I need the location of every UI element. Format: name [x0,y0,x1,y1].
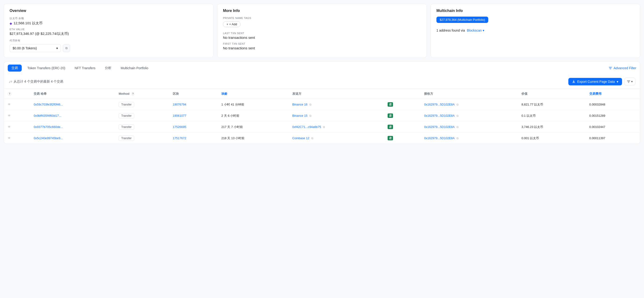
table-header-row: ↓= 从总计 4 个交易中的最新 4 个交易 Export Current Pa… [4,74,640,89]
add-label: + Add [229,23,237,26]
col-sender-header: 发送方 [288,89,382,99]
receiver-copy-icon-2[interactable]: ⧉ [456,125,458,129]
tx-hash-link-1[interactable]: 0x9bff435f4f60d17... [34,114,61,117]
token-label: 代币持有 [10,39,208,42]
eye-cell-0: 👁 [4,99,30,110]
export-button[interactable]: Export Current Page Data ▾ [568,78,622,85]
receiver-link-3[interactable]: 0x162979...5D102E8A [424,136,455,140]
tab-analysis[interactable]: 分析 [101,65,115,72]
tab-trade[interactable]: 交易 [8,65,22,72]
sender-link-0[interactable]: Binance 16 [292,103,308,106]
hash-cell-1: 0x9bff435f4f60d17... [30,110,115,121]
eye-icon[interactable]: 👁 [8,125,11,129]
table-head-row: ? 交易 哈希 Method ? 区块 块龄 [4,89,640,99]
method-badge-2: Transfer [118,124,134,129]
eth-balance-row: ◆ 12,568.101 以太币 [10,21,208,26]
add-tag-button[interactable]: + + Add [223,21,240,27]
direction-badge-1: 进 [388,113,393,118]
token-dropdown-value: $0.00 (6 Tokens) [12,46,37,50]
first-txn-label: FIRST TXN SENT [223,42,421,45]
tab-token-transfers[interactable]: Token Transfers (ERC-20) [24,65,69,71]
private-name-tags-label: PRIVATE NAME TAGS [223,17,421,20]
method-cell-3: Transfer [115,133,169,144]
block-cell-1: 19061077 [169,110,218,121]
age-cell-1: 2 天 6 小时前 [218,110,288,121]
tab-multichain-portfolio[interactable]: Multichain Portfolio [117,65,152,71]
tab-nft-transfers[interactable]: NFT Transfers [71,65,99,71]
hash-cell-0: 0x59c703fe3f2f0f46... [30,99,115,110]
receiver-link-2[interactable]: 0x162979...5D102E8A [424,125,455,129]
receiver-link-0[interactable]: 0x162979...5D102E8A [424,103,455,106]
sender-link-3[interactable]: Coinbase 12 [292,136,310,140]
eye-icon[interactable]: 👁 [8,114,11,117]
col-method-header: Method ? [115,89,169,99]
sender-cell-1: Binance 15 ⧉ [288,110,382,121]
export-chevron-icon: ▾ [617,80,618,83]
hash-cell-3: 0x5c240e99745be9... [30,133,115,144]
block-link-0[interactable]: 19076794 [173,103,186,106]
block-link-3[interactable]: 17517672 [173,136,186,140]
summary-text: 从总计 4 个交易中的最新 4 个交易 [14,80,63,84]
receiver-copy-icon-1[interactable]: ⧉ [456,114,458,117]
receiver-copy-icon-3[interactable]: ⧉ [456,136,458,140]
block-link-1[interactable]: 19061077 [173,114,186,117]
address-found-row: 1 address found via Blockscan ▾ [436,29,634,32]
tx-hash-link-3[interactable]: 0x5c240e99745be9... [34,136,63,140]
eye-icon[interactable]: 👁 [8,103,11,106]
receiver-cell-0: 0x162979...5D102E8A ⧉ [420,99,518,110]
filter-button[interactable]: ▾ [624,78,635,85]
sender-copy-icon-0[interactable]: ⧉ [310,103,312,106]
overview-card: Overview 以太币 余额 ◆ 12,568.101 以太币 ETH VAL… [4,4,214,58]
token-dropdown-row: $0.00 (6 Tokens) ▾ ⧉ [10,44,208,52]
transactions-table: ? 交易 哈希 Method ? 区块 块龄 [4,89,640,144]
multichain-info-title: Multichain Info [436,9,634,13]
cards-row: Overview 以太币 余额 ◆ 12,568.101 以太币 ETH VAL… [4,4,640,58]
age-cell-3: 218 天 13 小时前 [218,133,288,144]
tx-hash-link-2[interactable]: 0x9377b705c660de... [34,125,63,129]
eth-amount: 12,568.101 以太币 [14,21,42,26]
first-txn-value: No transactions sent [223,46,421,50]
sender-copy-icon-3[interactable]: ⧉ [311,136,313,140]
last-txn-label: LAST TXN SENT [223,32,421,35]
token-dropdown[interactable]: $0.00 (6 Tokens) ▾ [10,44,61,52]
tx-hash-link-0[interactable]: 0x59c703fe3f2f0f46... [34,103,63,106]
age-cell-0: 1 小时 41 分钟前 [218,99,288,110]
fee-cell-1: 0.00151289 [586,110,640,121]
receiver-link-1[interactable]: 0x162979...5D102E8A [424,114,455,117]
block-cell-0: 19076794 [169,99,218,110]
table-section: ↓= 从总计 4 个交易中的最新 4 个交易 Export Current Pa… [4,74,640,144]
eth-value-label: ETH VALUE [10,28,208,31]
col-direction-header [382,89,420,99]
chevron-down-icon: ▾ [56,46,58,50]
table-row: 👁 0x59c703fe3f2f0f46... Transfer 1907679… [4,99,640,110]
eye-icon[interactable]: 👁 [8,136,11,140]
hash-cell-2: 0x9377b705c660de... [30,121,115,133]
method-info-icon: ? [131,92,134,96]
block-link-2[interactable]: 17526695 [173,125,186,129]
value-cell-2: 3,746.23 以太币 [518,121,586,133]
chevron-down-icon: ▾ [483,29,484,32]
sender-copy-icon-1[interactable]: ⧉ [310,114,312,117]
sender-link-1[interactable]: Binance 15 [292,114,308,117]
receiver-copy-icon-0[interactable]: ⧉ [456,103,458,106]
eye-cell-1: 👁 [4,110,30,121]
col-fee-header: 交易费用 [586,89,640,99]
method-badge-1: Transfer [118,113,134,118]
sender-copy-icon-2[interactable]: ⧉ [323,125,325,129]
advanced-filter-button[interactable]: Advanced Filter [608,66,636,70]
table-row: 👁 0x9bff435f4f60d17... Transfer 19061077… [4,110,640,121]
tabs-row: 交易 Token Transfers (ERC-20) NFT Transfer… [4,62,640,74]
col-age-header: 块龄 [218,89,288,99]
sender-link-2[interactable]: 0xf42C71...c94a6b75 [292,125,321,129]
more-info-title: More Info [223,9,421,13]
filter-small-icon [627,80,630,83]
address-found-label: 1 address found via [436,29,465,32]
copy-button[interactable]: ⧉ [63,44,70,52]
direction-cell-2: 进 [382,121,420,133]
method-cell-0: Transfer [115,99,169,110]
receiver-cell-1: 0x162979...5D102E8A ⧉ [420,110,518,121]
fee-cell-3: 0.00011397 [586,133,640,144]
plus-icon: + [226,23,228,26]
multichain-badge[interactable]: $27,978,364 (Multichain Portfolio) [436,17,488,23]
blockscan-button[interactable]: Blockscan ▾ [467,29,484,32]
